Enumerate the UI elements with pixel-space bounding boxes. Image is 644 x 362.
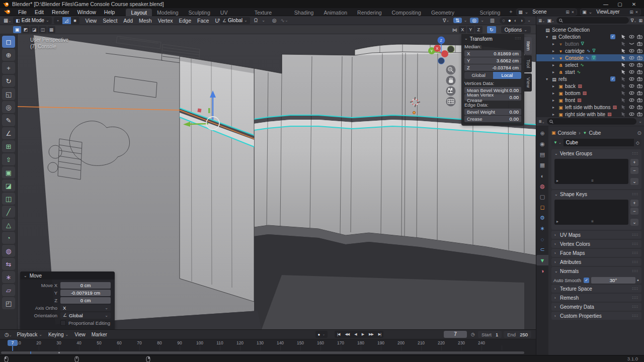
tab-particles[interactable]: ∗ [536, 223, 548, 234]
tool-inset-faces[interactable]: ▣ [2, 166, 15, 178]
visibility-toggle-icon[interactable] [629, 83, 634, 88]
next-keyframe-button[interactable]: ▶▶ [366, 332, 376, 336]
auto-keying-record-icon[interactable]: ● [318, 332, 320, 337]
select-mode-intersect-icon[interactable]: ▦ [47, 26, 55, 33]
panel-header[interactable]: ›Remesh∷∷ [551, 294, 641, 302]
render-toggle-icon[interactable] [637, 55, 642, 60]
frame-start-field[interactable]: Start1 [478, 331, 502, 338]
edge-data-field[interactable]: Crease0.00 [464, 116, 521, 122]
outliner-row[interactable]: ▸ left side with buttons ∿ ∇ ∿ ▨ ✓ [536, 104, 644, 111]
outliner-row[interactable]: ▸ Console ∿ ∇ ∿ ▨ ✓ [536, 54, 644, 61]
workspace-tab[interactable]: Shading [289, 9, 319, 16]
render-toggle-icon[interactable] [637, 62, 642, 67]
selectable-toggle-icon[interactable] [621, 55, 626, 60]
tab-collection[interactable]: ▢ [536, 192, 548, 202]
outliner-row[interactable]: ▸ back ∿ ∇ ∿ ▨ ✓ [536, 82, 644, 89]
sidebar-tab[interactable]: Tool [524, 55, 532, 72]
play-reverse-button[interactable]: ◀ [352, 332, 359, 336]
median-value-field[interactable]: Z-0.03784 cm [464, 64, 521, 71]
3d-viewport[interactable]: Y X Z User Perspective (7) Console [18, 34, 536, 329]
list-filter-icon[interactable]: ▸ [556, 219, 558, 224]
selectable-toggle-icon[interactable] [621, 90, 626, 96]
render-toggle-icon[interactable] [637, 83, 642, 88]
solid-shading-button[interactable]: ● [507, 18, 513, 23]
proportional-editing-checkbox[interactable] [60, 320, 66, 326]
scene-selector[interactable]: ▦⌄ Scene ⊞× [516, 9, 577, 16]
select-mode-invert-icon[interactable]: ◫ [39, 26, 47, 33]
disclosure-arrow-icon[interactable]: ▸ [552, 42, 557, 46]
workspace-tab[interactable]: Geometry Nodes [426, 9, 475, 16]
tool-move[interactable]: + [2, 62, 15, 74]
jump-end-button[interactable]: ▶| [376, 332, 383, 336]
topbar-menu[interactable]: Help [100, 8, 119, 16]
editor-type-icon[interactable]: ▦⌄ [0, 18, 13, 23]
selectable-toggle-icon[interactable] [621, 34, 626, 39]
panel-header[interactable]: ⌄Normals∷∷ [551, 267, 641, 275]
panel-header[interactable]: ›Attributes∷∷ [551, 258, 641, 266]
tab-physics[interactable]: ◌ [536, 234, 548, 244]
visibility-toggle-icon[interactable] [629, 34, 634, 39]
move-value-field[interactable]: 0 cm [60, 297, 111, 304]
tab-render[interactable]: ◉ [536, 139, 548, 149]
disclosure-arrow-icon[interactable]: ▸ [552, 91, 557, 96]
timeline-scrollbar[interactable] [0, 350, 536, 355]
disclosure-arrow-icon[interactable]: ▸ [552, 70, 557, 74]
disclosure-arrow-icon[interactable]: ▸ [552, 98, 557, 103]
automerge-icon[interactable]: ↻ [487, 26, 496, 33]
list-filter-icon[interactable]: ▸ [556, 178, 558, 183]
panel-header[interactable]: ›Face Maps∷∷ [551, 249, 641, 257]
timeline-ruler[interactable]: 1020304050607080901001101201301401501601… [0, 339, 536, 351]
disclosure-arrow-icon[interactable]: ▸ [552, 56, 557, 60]
workspace-tab[interactable]: Layout [126, 9, 152, 16]
close-icon[interactable]: × [571, 10, 575, 15]
vertex-groups-list[interactable]: ▸≡ [554, 159, 628, 184]
properties-options-dropdown[interactable]: ⌄ [638, 119, 642, 124]
panel-header[interactable]: ›Custom Properties∷∷ [551, 312, 641, 320]
median-value-field[interactable]: Y3.6062 cm [464, 57, 521, 64]
mirror-axis-button[interactable]: Z [475, 26, 482, 33]
close-icon[interactable]: × [634, 10, 639, 15]
tab-object[interactable]: ◻ [536, 202, 548, 213]
visibility-toggle-icon[interactable] [629, 48, 634, 53]
visibility-toggle-icon[interactable] [629, 90, 634, 96]
fake-user-shield-icon[interactable]: ◇ [634, 139, 641, 146]
select-mode-new-icon[interactable]: ▣ [13, 26, 21, 33]
copy-icon[interactable]: ⊞ [565, 10, 571, 15]
face-select-button[interactable]: ■ [71, 17, 79, 24]
collection-checkbox[interactable]: ✓ [610, 76, 615, 81]
topbar-menu[interactable]: Render [48, 8, 73, 16]
workspace-tab[interactable]: Texture Paint [250, 9, 289, 16]
sidebar-tab[interactable]: View [524, 73, 532, 92]
shading-dropdown[interactable]: ⌄ [525, 18, 533, 23]
minimize-button[interactable]: — [599, 2, 613, 7]
tool-shrink-fatten[interactable]: ∗ [2, 271, 15, 283]
topbar-menu[interactable]: File [14, 8, 31, 16]
outliner-row[interactable]: ▸ button ∿ ∇ ∿ ▨ ✓ [536, 40, 644, 47]
local-button[interactable]: Local [493, 72, 522, 79]
tool-transform[interactable]: ◎ [2, 101, 15, 113]
scrollbar-thumb[interactable] [1, 351, 524, 354]
properties-search-input[interactable] [547, 118, 637, 125]
collapse-icon[interactable]: ⌄ [24, 274, 27, 278]
animate-property-icon[interactable]: • [635, 278, 640, 283]
selectable-toggle-icon[interactable] [621, 48, 626, 53]
tab-scene[interactable]: ◐ [536, 170, 548, 181]
remove-vertex-group-button[interactable]: − [630, 167, 638, 174]
panel-header[interactable]: ›UV Maps∷∷ [551, 231, 641, 239]
viewport-menu[interactable]: Mesh [136, 18, 155, 24]
tool-knife[interactable]: ╱ [2, 206, 15, 218]
viewport-menu[interactable]: Edge [176, 18, 195, 24]
properties-editor-icon[interactable]: ≡⌄ [539, 119, 545, 124]
sidebar-tab[interactable]: Item [524, 37, 532, 54]
viewport-menu[interactable]: Vertex [155, 18, 176, 24]
workspace-tab[interactable]: UV Editing [215, 9, 250, 16]
select-mode-extend-icon[interactable]: ◩ [22, 26, 30, 33]
add-workspace-button[interactable]: + [505, 9, 516, 15]
mirror-axis-button[interactable]: X [459, 26, 466, 33]
disclosure-arrow-icon[interactable]: ▸ [552, 49, 557, 53]
visibility-toggle-icon[interactable] [629, 41, 634, 46]
object-visibility-icon[interactable]: ∇⌄ [441, 18, 451, 23]
tab-view-layer[interactable]: ▦ [536, 160, 548, 170]
tool-select-box[interactable]: ◻ [2, 36, 15, 48]
visibility-toggle-icon[interactable] [629, 112, 634, 117]
